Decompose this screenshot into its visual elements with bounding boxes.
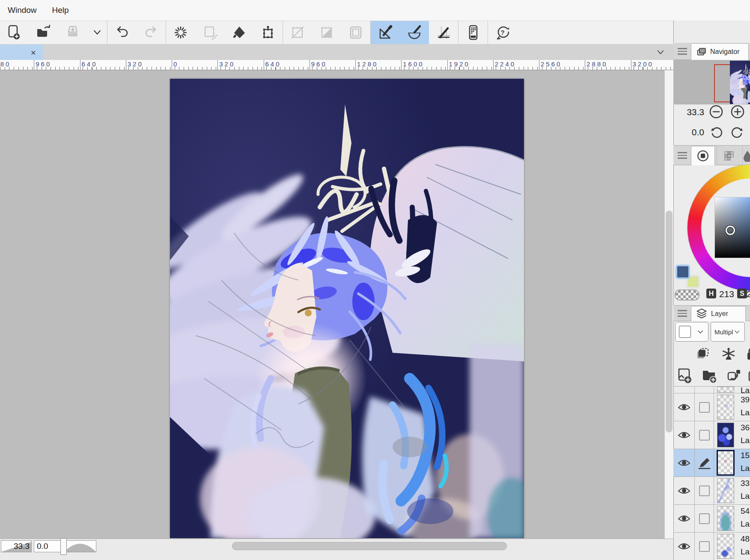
layer-checkbox[interactable] <box>695 477 714 504</box>
ruler-major-tick <box>631 60 631 70</box>
hue-value: 213 <box>719 289 734 299</box>
layer-thumbnail[interactable] <box>714 421 737 449</box>
menu-help[interactable]: Help <box>45 0 77 21</box>
color-menu-icon[interactable] <box>678 152 687 161</box>
layer-visibility-toggle[interactable] <box>673 393 695 421</box>
horizontal-scrollbar-thumb[interactable] <box>232 542 507 550</box>
layer-checkbox[interactable] <box>695 533 714 560</box>
numeric-pad-button[interactable] <box>458 21 488 44</box>
ruler-unit-label: 2560 <box>541 60 562 68</box>
eye-icon <box>677 458 691 468</box>
navigator-tab-label: Navigator <box>710 48 739 56</box>
save-button[interactable] <box>58 21 87 44</box>
add-layer-button[interactable] <box>676 366 693 384</box>
layer-list[interactable]: La39La36La15La33La54La48La <box>673 386 750 560</box>
delete-layer-button[interactable] <box>747 368 750 383</box>
undo-button[interactable] <box>107 21 137 44</box>
layer-thumbnail[interactable] <box>714 477 737 504</box>
transform-tool[interactable] <box>253 21 283 44</box>
layer-visibility-toggle[interactable] <box>673 477 695 504</box>
layer-row[interactable]: 33La <box>673 477 750 505</box>
layer-row[interactable]: 15La <box>673 449 750 477</box>
svg-text:?: ? <box>500 29 504 36</box>
duplicate-mode-icon[interactable] <box>694 346 711 362</box>
zoom-in-button[interactable] <box>730 104 745 119</box>
layer-check-cell[interactable] <box>695 387 714 393</box>
layer-thumbnail[interactable] <box>714 533 737 560</box>
onion-skin-icon[interactable] <box>720 345 737 362</box>
deselect-button[interactable] <box>283 21 312 44</box>
layer-checkbox[interactable] <box>695 505 714 532</box>
rotation-slider-handle[interactable] <box>60 538 67 555</box>
tab-color-palette[interactable] <box>717 146 741 165</box>
layer-visibility-toggle[interactable] <box>673 505 695 532</box>
layer-row[interactable]: 54La <box>673 505 750 533</box>
snap-ruler-tool[interactable] <box>371 21 400 44</box>
navigator-tab-icon <box>696 46 707 57</box>
layer-menu-icon[interactable] <box>678 310 687 319</box>
tab-color-wheel[interactable] <box>691 146 715 165</box>
layer-thumbnail[interactable] <box>714 449 737 477</box>
help-button[interactable]: ? <box>488 21 517 44</box>
fill-bucket-tool[interactable] <box>224 21 253 44</box>
color-picker-cursor[interactable] <box>726 226 735 235</box>
rotate-cw-button[interactable] <box>730 125 745 139</box>
layer-tab-label: Layer <box>711 310 728 318</box>
layer-checkbox[interactable] <box>695 393 714 421</box>
layer-visibility-toggle[interactable] <box>673 421 695 449</box>
ruler-unit-label: 320 <box>128 60 143 68</box>
transparent-color-button[interactable] <box>675 289 699 301</box>
layer-thumbnail[interactable] <box>714 505 737 532</box>
layer-thumbnail[interactable] <box>714 393 737 421</box>
foreground-color-swatch[interactable] <box>676 265 690 279</box>
tab-layer[interactable]: Layer <box>691 306 746 321</box>
layer-thumbnail[interactable] <box>714 387 737 393</box>
blend-mode-dropdown[interactable]: Multiply <box>711 322 745 342</box>
layer-editing-indicator[interactable] <box>695 449 714 477</box>
document-tab[interactable]: × <box>0 45 43 60</box>
layer-row[interactable]: 48La <box>673 533 750 560</box>
ruler-unit-label: 3200 <box>633 60 654 68</box>
navigator-preview[interactable] <box>673 60 750 104</box>
open-file-icon <box>35 24 52 41</box>
rect-select-tool[interactable] <box>195 21 224 44</box>
layer-visibility-cell[interactable] <box>673 387 695 393</box>
layer-visibility-toggle[interactable] <box>673 449 695 477</box>
layer-checkbox[interactable] <box>695 421 714 449</box>
layer-row[interactable]: 36La <box>673 421 750 449</box>
lock-layer-icon[interactable] <box>745 346 750 361</box>
invert-selection-button[interactable] <box>312 21 341 44</box>
zoom-out-button[interactable] <box>709 104 723 119</box>
close-tab-icon[interactable]: × <box>31 48 36 57</box>
zoom-slider[interactable]: 33.3 <box>1 540 32 552</box>
tab-color-mixer[interactable] <box>742 146 750 165</box>
magic-wand-tool[interactable] <box>166 21 195 44</box>
selection-border-button[interactable] <box>341 21 370 44</box>
canvas-artwork[interactable] <box>170 79 524 538</box>
layer-visibility-toggle[interactable] <box>673 533 695 560</box>
duplicate-layer-button[interactable] <box>725 366 743 384</box>
layer-opacity: 15 <box>741 451 750 460</box>
snap-curve-tool[interactable] <box>400 21 429 44</box>
layer-color-dropdown[interactable] <box>675 322 708 342</box>
new-document-button[interactable] <box>0 21 29 44</box>
rotate-ccw-button[interactable] <box>709 125 723 139</box>
ruler-unit-label: 640 <box>265 60 281 68</box>
menu-window[interactable]: Window <box>0 0 45 21</box>
open-file-button[interactable] <box>29 21 58 44</box>
rotation-slider[interactable]: 0.0 <box>34 540 96 552</box>
redo-button[interactable] <box>137 21 166 44</box>
tab-navigator[interactable]: Navigator <box>691 43 749 60</box>
tab-overflow-chevron-icon[interactable] <box>654 46 667 58</box>
layer-row-partial[interactable]: La <box>673 387 750 393</box>
layer-name: La <box>741 491 750 501</box>
navigator-zoom-value: 33.3 <box>673 107 704 117</box>
add-folder-button[interactable] <box>700 366 718 384</box>
navigator-menu-icon[interactable] <box>678 48 687 57</box>
save-more-button[interactable] <box>87 21 107 44</box>
ruler-major-tick <box>172 60 172 70</box>
vertical-scrollbar-thumb[interactable] <box>666 211 673 432</box>
snap-grid-tool[interactable] <box>429 21 458 44</box>
layer-row[interactable]: 39La <box>673 393 750 421</box>
canvas-area[interactable] <box>0 70 664 539</box>
